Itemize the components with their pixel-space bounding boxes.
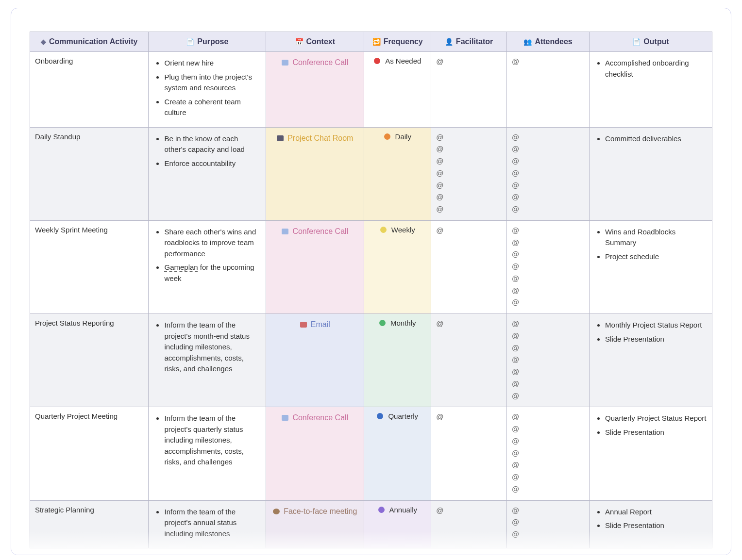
attendees-cell[interactable]: @@@@@@@ [507,314,590,407]
mention-icon[interactable]: @ [436,203,502,215]
purpose-cell[interactable]: Be in the know of each other's capacity … [149,127,266,220]
attendees-cell[interactable]: @@@@@@@ [507,127,590,220]
mention-icon[interactable]: @ [512,248,584,261]
mention-icon[interactable]: @ [436,167,502,180]
mention-icon[interactable]: @ [512,273,584,285]
mention-icon[interactable]: @ [512,528,584,541]
output-cell[interactable]: Quarterly Project Status ReportSlide Pre… [590,407,712,500]
activity-cell[interactable]: Project Status Reporting [30,314,149,407]
output-cell[interactable]: Monthly Project Status ReportSlide Prese… [590,314,712,407]
col-frequency[interactable]: 🔁Frequency [364,32,431,52]
activity-cell[interactable]: Daily Standup [30,127,149,220]
attendees-cell[interactable]: @ [507,52,590,128]
mention-icon[interactable]: @ [512,516,584,528]
mention-icon[interactable]: @ [512,56,584,68]
mention-icon[interactable]: @ [512,180,584,192]
col-attendees[interactable]: 👥Attendees [507,32,590,52]
mention-icon[interactable]: @ [436,191,502,203]
purpose-cell[interactable]: Inform the team of the project's month-e… [149,314,266,407]
mention-icon[interactable]: @ [512,378,584,390]
frequency-dot-icon [380,227,387,233]
mention-icon[interactable]: @ [512,132,584,144]
mention-icon[interactable]: @ [436,56,502,68]
mention-icon[interactable]: @ [512,191,584,203]
mention-icon[interactable]: @ [512,203,584,215]
activity-cell[interactable]: Onboarding [30,52,149,128]
frequency-dot-icon [379,320,386,326]
activity-cell[interactable]: Quarterly Project Meeting [30,407,149,500]
col-attendees-icon: 👥 [523,37,532,47]
mention-icon[interactable]: @ [512,237,584,249]
mention-icon[interactable]: @ [436,155,502,167]
mention-icon[interactable]: @ [512,471,584,483]
mention-icon[interactable]: @ [436,180,502,192]
mention-icon[interactable]: @ [512,483,584,495]
mention-icon[interactable]: @ [512,342,584,354]
purpose-item: Inform the team of the project's annual … [164,507,261,540]
col-activity[interactable]: ◆Communication Activity [30,32,149,52]
mention-icon[interactable]: @ [512,330,584,342]
mention-icon[interactable]: @ [436,318,502,330]
attendees-cell[interactable]: @@@@@@@ [507,220,590,313]
context-cell[interactable]: Conference Call [266,407,364,500]
output-cell[interactable]: Wins and Roadblocks SummaryProject sched… [590,220,712,313]
mention-icon[interactable]: @ [512,505,584,517]
frequency-label: As Needed [385,57,421,65]
mention-icon[interactable]: @ [512,318,584,330]
col-purpose[interactable]: 📄Purpose [149,32,266,52]
col-facilitator[interactable]: 👤Facilitator [431,32,507,52]
attendees-cell[interactable]: @@@ [507,500,590,548]
output-item: Slide Presentation [605,520,707,531]
mention-icon[interactable]: @ [512,285,584,297]
facilitator-cell[interactable]: @ [431,500,507,548]
facilitator-cell[interactable]: @ [431,314,507,407]
mention-icon[interactable]: @ [512,167,584,180]
frequency-cell[interactable]: Quarterly [364,407,431,500]
facilitator-cell[interactable]: @ [431,52,507,128]
mention-icon[interactable]: @ [512,435,584,447]
frequency-cell[interactable]: Weekly [364,220,431,313]
purpose-cell[interactable]: Share each other's wins and roadblocks t… [149,220,266,313]
mention-icon[interactable]: @ [436,143,502,155]
mention-icon[interactable]: @ [436,132,502,144]
mention-icon[interactable]: @ [512,390,584,402]
context-cell[interactable]: Conference Call [266,220,364,313]
activity-cell[interactable]: Strategic Planning [30,500,149,548]
mention-icon[interactable]: @ [512,296,584,309]
mention-icon[interactable]: @ [512,459,584,471]
col-output[interactable]: 📄Output [590,32,712,52]
output-cell[interactable]: Annual ReportSlide Presentation [590,500,712,548]
purpose-cell[interactable]: Orient new hirePlug them into the projec… [149,52,266,128]
context-cell[interactable]: Conference Call [266,52,364,128]
output-cell[interactable]: Committed deliverables [590,127,712,220]
mention-icon[interactable]: @ [436,225,502,237]
facilitator-cell[interactable]: @ [431,407,507,500]
mention-icon[interactable]: @ [512,423,584,435]
context-cell[interactable]: Email [266,314,364,407]
context-cell[interactable]: Project Chat Room [266,127,364,220]
frequency-cell[interactable]: As Needed [364,52,431,128]
mention-icon[interactable]: @ [512,261,584,273]
frequency-cell[interactable]: Annually [364,500,431,548]
col-context[interactable]: 📅Context [266,32,364,52]
mention-icon[interactable]: @ [512,143,584,155]
output-cell[interactable]: Accomplished onboarding checklist [590,52,712,128]
attendees-cell[interactable]: @@@@@@@ [507,407,590,500]
context-cell[interactable]: Face-to-face meeting [266,500,364,548]
table-row: Quarterly Project MeetingInform the team… [30,407,712,500]
mention-icon[interactable]: @ [512,225,584,237]
purpose-cell[interactable]: Inform the team of the project's quarter… [149,407,266,500]
mention-icon[interactable]: @ [436,411,502,423]
mention-icon[interactable]: @ [512,366,584,378]
mention-icon[interactable]: @ [512,447,584,460]
mention-icon[interactable]: @ [436,505,502,517]
mention-icon[interactable]: @ [512,354,584,366]
activity-cell[interactable]: Weekly Sprint Meeting [30,220,149,313]
frequency-cell[interactable]: Monthly [364,314,431,407]
purpose-cell[interactable]: Inform the team of the project's annual … [149,500,266,548]
facilitator-cell[interactable]: @ [431,220,507,313]
mention-icon[interactable]: @ [512,411,584,423]
frequency-cell[interactable]: Daily [364,127,431,220]
mention-icon[interactable]: @ [512,155,584,167]
facilitator-cell[interactable]: @@@@@@@ [431,127,507,220]
